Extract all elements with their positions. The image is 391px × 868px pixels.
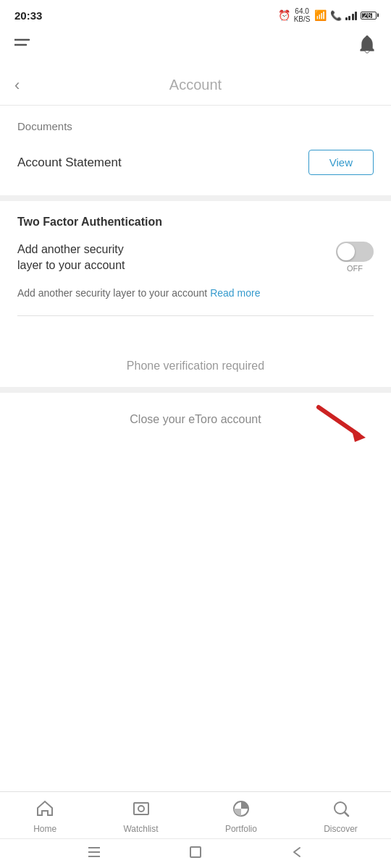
toggle-row: Add another securitylayer to your accoun… [17, 242, 374, 274]
watchlist-icon [132, 799, 151, 821]
nav-label-portfolio: Portfolio [225, 824, 257, 834]
account-statement-row: Account Statement View [17, 144, 374, 181]
toggle-state-label: OFF [347, 264, 363, 273]
read-more-link[interactable]: Read more [210, 287, 260, 299]
documents-section-title: Documents [17, 120, 374, 132]
data-speed: 64.0KB/S [294, 7, 311, 23]
close-account-section[interactable]: Close your eToro account [0, 393, 391, 446]
toggle-label: Add another securitylayer to your accoun… [17, 242, 125, 274]
red-arrow-icon [311, 400, 369, 446]
android-back-icon[interactable] [290, 845, 304, 862]
battery-icon: 26 [361, 12, 377, 20]
nav-item-watchlist[interactable]: Watchlist [123, 799, 158, 834]
security-description: Add another security layer to your accou… [17, 286, 374, 301]
nav-label-discover: Discover [324, 824, 358, 834]
nav-item-home[interactable]: Home [33, 799, 56, 834]
nav-label-watchlist: Watchlist [123, 824, 158, 834]
documents-section: Documents Account Statement View [0, 106, 391, 195]
svg-line-11 [345, 812, 348, 816]
svg-point-6 [138, 806, 144, 812]
close-account-text: Close your eToro account [130, 413, 261, 426]
android-menu-icon[interactable] [87, 846, 101, 861]
signal-bars [345, 10, 358, 20]
android-home-icon[interactable] [188, 845, 203, 862]
alarm-icon: ⏰ [278, 9, 290, 21]
wifi-icon: 📶 [314, 9, 327, 21]
svg-rect-5 [134, 803, 148, 814]
bottom-nav: Home Watchlist Po [0, 791, 391, 868]
top-nav [0, 27, 391, 68]
portfolio-icon [232, 799, 251, 821]
nav-item-discover[interactable]: Discover [324, 799, 358, 834]
two-factor-title: Two Factor Authentication [17, 216, 374, 229]
phone-verification-section: Phone verification required [0, 345, 391, 387]
svg-marker-4 [351, 427, 366, 442]
back-button[interactable]: ‹ [14, 76, 20, 95]
phone-icon: 📞 [330, 10, 342, 21]
phone-verification-text: Phone verification required [127, 359, 264, 372]
status-bar: 20:33 ⏰ 64.0KB/S 📶 📞 26 [0, 0, 391, 27]
page-header: ‹ Account [0, 68, 391, 106]
nav-label-home: Home [33, 824, 56, 834]
thin-divider [17, 315, 374, 316]
view-button[interactable]: View [308, 150, 374, 175]
hamburger-icon[interactable] [14, 38, 32, 55]
bottom-nav-items: Home Watchlist Po [0, 792, 391, 838]
android-nav [0, 838, 391, 868]
toggle-container: OFF [336, 242, 374, 273]
discover-icon [332, 799, 350, 821]
nav-item-portfolio[interactable]: Portfolio [225, 799, 257, 834]
toggle-knob [337, 243, 355, 260]
home-icon [35, 799, 54, 821]
section-divider-1 [0, 195, 391, 201]
two-factor-section: Two Factor Authentication Add another se… [0, 201, 391, 345]
account-statement-label: Account Statement [17, 156, 122, 170]
two-factor-toggle[interactable] [336, 242, 374, 262]
bell-icon[interactable] [358, 35, 377, 58]
page-title: Account [169, 77, 222, 93]
status-time: 20:33 [14, 9, 42, 22]
section-divider-2 [0, 387, 391, 393]
svg-point-2 [366, 35, 369, 38]
svg-rect-15 [190, 847, 201, 857]
status-icons: ⏰ 64.0KB/S 📶 📞 26 [278, 7, 377, 23]
